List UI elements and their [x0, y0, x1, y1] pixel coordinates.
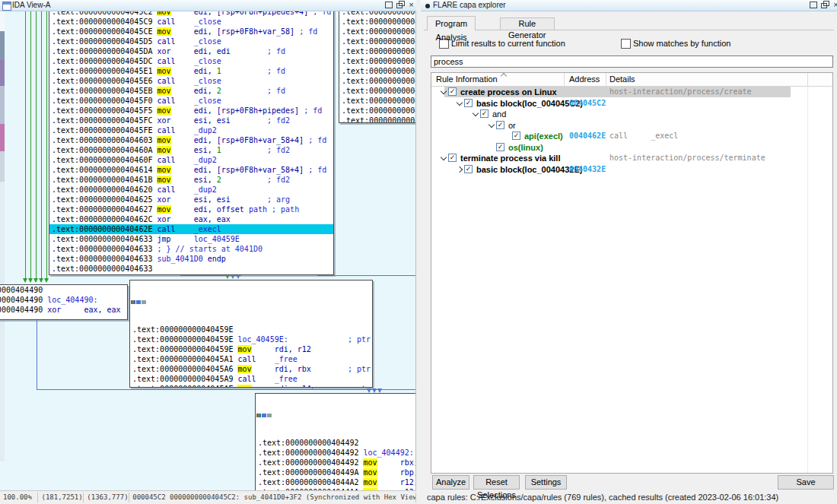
graph-node-loc-404490[interactable]: 00004044900000404490 loc_404490:00004044…: [0, 284, 128, 320]
chevron-down-icon[interactable]: [457, 99, 463, 105]
asm-line[interactable]: .text:00000000004045A9 call _free: [130, 374, 372, 384]
float-restore-icon[interactable]: [396, 3, 403, 8]
tree-row[interactable]: ✓os(linux): [431, 142, 832, 153]
maximize-icon[interactable]: [385, 2, 393, 8]
asm-line[interactable]: .text:00000000004045F0 call _close: [49, 96, 333, 106]
col-address[interactable]: Address: [569, 74, 600, 84]
asm-line[interactable]: .text:0000000000404633 jmp loc_40459E: [49, 234, 333, 244]
asm-line[interactable]: .text:0000000000404: [339, 17, 416, 27]
search-input[interactable]: [431, 55, 833, 68]
asm-line[interactable]: .text:0000000000404492 loc_404492:: [256, 448, 416, 458]
asm-line[interactable]: .text:0000000000404: [339, 76, 416, 86]
tree-row[interactable]: ✓basic block(loc_0040432E)0040432E: [431, 164, 832, 175]
tree-checkbox[interactable]: ✓: [448, 87, 457, 96]
asm-line[interactable]: 0000404490 loc_404490:: [0, 295, 127, 305]
close-icon[interactable]: ×: [407, 2, 415, 9]
tree-checkbox[interactable]: ✓: [448, 154, 457, 162]
asm-line[interactable]: .text:00000000004045E6 call _close: [49, 76, 333, 86]
chevron-right-icon[interactable]: [457, 166, 463, 172]
asm-line[interactable]: .text:0000000000404620 call _dup2: [49, 185, 333, 195]
graph-node-right-partial[interactable]: .text:0000000000404.text:0000000000404.t…: [339, 11, 416, 123]
asm-line[interactable]: .text:00000000004045F5 mov edi, [rsp+0F8…: [49, 106, 333, 116]
analyze-button[interactable]: Analyze: [432, 475, 469, 490]
tree-row[interactable]: ✓api(execl)0040462Ecall _execl: [431, 131, 832, 141]
asm-line[interactable]: .text:000000000040460F call _dup2: [49, 155, 333, 165]
asm-line[interactable]: .text:00000000004045A6 mov rdi, rbx ; pt…: [130, 364, 372, 374]
asm-line-selected[interactable]: .text:000000000040462E call _execl: [49, 224, 333, 234]
asm-line[interactable]: .text:00000000004045EB mov edi, 2 ; fd: [49, 86, 333, 96]
asm-line[interactable]: .text:0000000000404614 mov edi, [rsp+0F8…: [49, 165, 333, 175]
tree-checkbox[interactable]: ✓: [512, 132, 520, 140]
asm-line[interactable]: 0000404490 xor eax, eax: [0, 305, 127, 315]
asm-line[interactable]: .text:0000000000404: [339, 27, 416, 36]
asm-line[interactable]: .text:0000000000404627 mov edi, offset p…: [49, 204, 333, 214]
maximize-icon[interactable]: [810, 2, 817, 8]
ida-titlebar[interactable]: IDA View-A ×: [0, 0, 416, 11]
asm-line[interactable]: .text:00000000004045D5 call _close: [49, 36, 333, 46]
tree-row[interactable]: ✓terminate process via killhost-interact…: [431, 153, 832, 163]
tree-checkbox[interactable]: ✓: [480, 109, 489, 118]
results-table-header[interactable]: Rule Information Address Details: [431, 73, 832, 87]
float-restore-icon[interactable]: [821, 3, 827, 8]
asm-line[interactable]: .text:0000000000404: [339, 116, 416, 123]
col-details[interactable]: Details: [609, 74, 635, 84]
asm-line[interactable]: .text:00000000004045A1 call _free: [130, 354, 372, 364]
asm-line[interactable]: .text:000000000040459E loc_40459E: ; ptr: [130, 334, 372, 344]
save-button[interactable]: Save: [778, 475, 834, 490]
asm-line[interactable]: .text:000000000040459E: [130, 325, 372, 334]
col-rule-information[interactable]: Rule Information: [436, 74, 498, 84]
close-icon[interactable]: ×: [832, 2, 837, 9]
tree-row[interactable]: ✓and: [431, 109, 832, 119]
asm-line[interactable]: 0000404490: [0, 285, 127, 295]
reset-selections-button[interactable]: Reset Selections: [473, 475, 520, 490]
asm-line[interactable]: .text:000000000040459E mov rdi, r12: [130, 344, 372, 354]
tree-row[interactable]: ✓basic block(loc_004045C2)004045C2: [431, 98, 832, 109]
asm-line[interactable]: .text:00000000004045DC call _close: [49, 56, 333, 66]
tab-program-analysis[interactable]: Program Analysis: [427, 16, 476, 30]
asm-line[interactable]: .text:00000000004044A2 mov r12, [rsp: [256, 477, 416, 487]
asm-line[interactable]: .text:00000000004045AE mov rdi, r14 ; pt…: [130, 384, 372, 388]
asm-line[interactable]: .text:000000000040460A mov esi, 1 ; fd2: [49, 145, 333, 155]
tree-checkbox[interactable]: ✓: [464, 165, 473, 173]
asm-line[interactable]: .text:0000000000404625 xor esi, esi ; ar…: [49, 195, 333, 204]
asm-line[interactable]: .text:00000000004045CE mov edi, [rsp+0F8…: [49, 27, 333, 36]
asm-line[interactable]: .text:00000000004045DA xor edi, edi ; fd: [49, 46, 333, 56]
asm-line[interactable]: .text:0000000000404: [339, 96, 416, 106]
tree-checkbox[interactable]: ✓: [496, 121, 504, 129]
settings-button[interactable]: Settings: [525, 475, 567, 490]
graph-node-loc-404492[interactable]: .text:0000000000404492.text:000000000040…: [255, 393, 416, 491]
chevron-down-icon[interactable]: [489, 121, 495, 127]
ida-graph-view[interactable]: .text:00000000004045C2 mov edi, [rsp+0F8…: [0, 11, 416, 491]
results-table[interactable]: Rule Information Address Details ✓create…: [431, 72, 833, 474]
asm-line[interactable]: .text:0000000000404: [339, 36, 416, 46]
asm-line[interactable]: .text:0000000000404: [339, 86, 416, 96]
tree-row[interactable]: ✓create process on Linuxhost-interaction…: [431, 87, 832, 97]
tree-checkbox[interactable]: ✓: [464, 99, 473, 107]
match-address[interactable]: 004045C2: [569, 98, 606, 109]
asm-line[interactable]: .text:0000000000404: [339, 11, 416, 17]
tree-row[interactable]: ✓or: [431, 120, 832, 131]
asm-line[interactable]: .text:0000000000404633 sub_4041D0 endp: [49, 254, 333, 264]
asm-line[interactable]: .text:0000000000404603 mov edi, [rsp+0F8…: [49, 135, 333, 145]
graph-node-main[interactable]: .text:00000000004045C2 mov edi, [rsp+0F8…: [49, 11, 334, 275]
capa-titlebar[interactable]: FLARE capa explorer ×: [421, 0, 837, 11]
graph-node-loc-40459E[interactable]: .text:000000000040459E.text:000000000040…: [129, 280, 373, 388]
asm-line[interactable]: .text:0000000000404: [339, 46, 416, 56]
asm-line[interactable]: .text:0000000000404633: [49, 264, 333, 274]
asm-line[interactable]: .text:0000000000404: [339, 66, 416, 76]
chevron-down-icon[interactable]: [473, 110, 479, 116]
asm-line[interactable]: .text:00000000004045FC xor esi, esi ; fd…: [49, 116, 333, 125]
asm-line[interactable]: .text:0000000000404: [339, 56, 416, 66]
asm-line[interactable]: .text:00000000004045FE call _dup2: [49, 125, 333, 135]
asm-line[interactable]: .text:00000000004045E1 mov edi, 1 ; fd: [49, 66, 333, 76]
asm-line[interactable]: .text:000000000040461B mov esi, 2 ; fd2: [49, 175, 333, 185]
asm-line[interactable]: .text:0000000000404: [339, 106, 416, 116]
checkbox[interactable]: [621, 39, 631, 49]
asm-line[interactable]: .text:00000000004045C2 mov edi, [rsp+0F8…: [49, 11, 333, 17]
tree-checkbox[interactable]: ✓: [496, 143, 504, 151]
asm-line[interactable]: .text:0000000000404492: [256, 438, 416, 448]
tab-rule-generator[interactable]: Rule Generator: [500, 17, 555, 30]
asm-line[interactable]: .text:0000000000404633 ; } // starts at …: [49, 244, 333, 254]
asm-line[interactable]: .text:0000000000404492 mov rbx, [rsp: [256, 458, 416, 468]
chevron-down-icon[interactable]: [441, 154, 447, 160]
